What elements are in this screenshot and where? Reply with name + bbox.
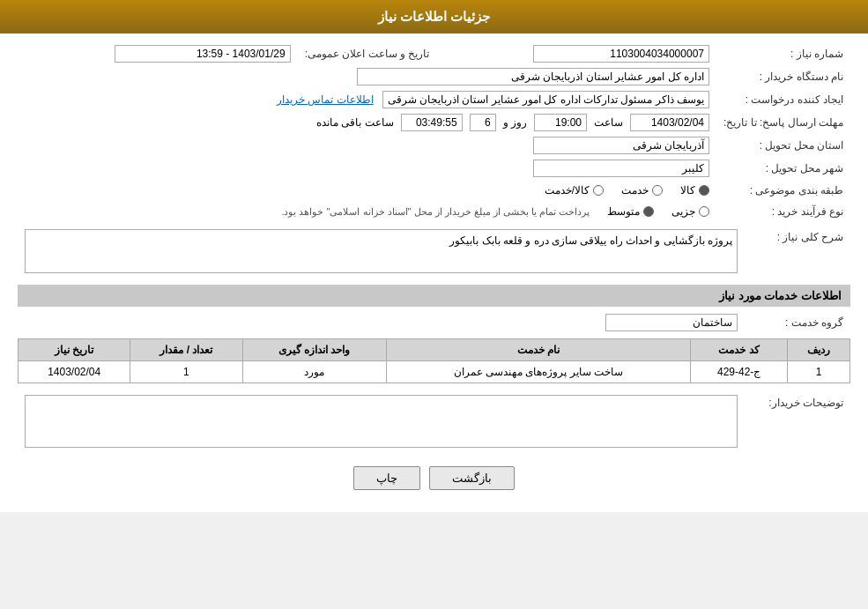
nam-dastgah-input: اداره کل امور عشایر استان اذربایجان شرقی [357, 68, 709, 85]
chap-button[interactable]: چاپ [353, 466, 420, 490]
row-mohlat: مهلت ارسال پاسخ: تا تاریخ: 1403/02/04 سا… [18, 111, 850, 134]
cell-tarikh: 1403/02/04 [19, 361, 130, 383]
radio-jazzi-circle [699, 206, 709, 217]
baghimande-value: 03:49:55 [401, 114, 463, 131]
saat-label: ساعت [594, 116, 623, 129]
info-table: شماره نیاز : 1103004034000007 تاریخ و سا… [18, 42, 850, 222]
radio-khedmat-label: خدمت [621, 184, 649, 197]
tarikh-saat-value: 1403/01/29 - 13:59 [18, 42, 298, 65]
content-area: شماره نیاز : 1103004034000007 تاریخ و سا… [0, 33, 868, 512]
tarikh-saat-label: تاریخ و ساعت اعلان عمومی: [298, 42, 437, 65]
table-row: 1 ج-42-429 ساخت سایر پروژه‌های مهندسی عم… [19, 361, 850, 383]
radio-kala: کالا [680, 184, 709, 197]
noe-farayand-options: جزیی متوسط پرداخت تمام یا بخشی از مبلغ خ… [18, 201, 716, 222]
radio-khedmat: خدمت [621, 184, 663, 197]
cell-radif: 1 [787, 361, 849, 383]
ijad-konande-input: یوسف ذاکر مسئول تدارکات اداره کل امور عش… [382, 91, 709, 108]
ijad-konande-label: ایجاد کننده درخواست : [716, 88, 850, 111]
ostan-value: آذربایجان شرقی [18, 134, 716, 157]
radio-kala-khedmat-circle [593, 185, 604, 196]
cell-vahad: مورد [242, 361, 386, 383]
saat-value: 19:00 [534, 114, 587, 131]
sharh-table: شرح کلی نیاز : پروژه بازگشایی و احداث را… [18, 227, 850, 276]
radio-jazzi-label: جزیی [671, 205, 695, 218]
row-shomare-niaz: شماره نیاز : 1103004034000007 تاریخ و سا… [18, 42, 850, 65]
col-tedad: تعداد / مقدار [130, 339, 242, 361]
goroh-value: ساختمان [605, 314, 738, 331]
nam-dastgah-label: نام دستگاه خریدار : [716, 65, 850, 88]
col-tarikh: تاریخ نیاز [19, 339, 130, 361]
row-ijad-konande: ایجاد کننده درخواست : یوسف ذاکر مسئول تد… [18, 88, 850, 111]
baghimande-label: ساعت باقی مانده [316, 116, 394, 129]
noe-farayand-note: پرداخت تمام یا بخشی از مبلغ خریدار از مح… [281, 206, 590, 218]
shahr-label: شهر محل تحویل : [716, 157, 850, 180]
shomare-niaz-input: 1103004034000007 [533, 45, 709, 63]
row-sharh: شرح کلی نیاز : پروژه بازگشایی و احداث را… [18, 227, 850, 276]
col-kod: کد خدمت [691, 339, 788, 361]
row-shahr: شهر محل تحویل : کلیبر [18, 157, 850, 180]
row-tabaghebandi: طبقه بندی موضوعی : کالا خدمت [18, 180, 850, 201]
tousih-textarea[interactable] [25, 395, 738, 448]
goroh-label: گروه خدمت : [745, 311, 850, 334]
radio-kala-label: کالا [680, 184, 695, 197]
radio-kala-khedmat-label: کالا/خدمت [545, 184, 590, 197]
row-goroh: گروه خدمت : ساختمان [18, 311, 850, 334]
button-row: بازگشت چاپ [18, 466, 850, 490]
roz-label: روز و [503, 116, 527, 129]
bazgasht-button[interactable]: بازگشت [429, 466, 515, 490]
tabaghebandi-label: طبقه بندی موضوعی : [716, 180, 850, 201]
shomare-niaz-value: 1103004034000007 [436, 42, 716, 65]
radio-motavasset-circle [643, 206, 654, 217]
row-ostan: استان محل تحویل : آذربایجان شرقی [18, 134, 850, 157]
row-tousih: توضیحات خریدار: [18, 392, 850, 453]
nam-dastgah-value: اداره کل امور عشایر استان اذربایجان شرقی [18, 65, 716, 88]
ostan-input: آذربایجان شرقی [533, 137, 709, 154]
radio-khedmat-circle [652, 185, 663, 196]
services-table: ردیف کد خدمت نام خدمت واحد اندازه گیری ت… [18, 338, 850, 383]
table-header-row: ردیف کد خدمت نام خدمت واحد اندازه گیری ت… [19, 339, 850, 361]
page-header: جزئیات اطلاعات نیاز [0, 0, 868, 33]
roz-value: 6 [470, 114, 496, 131]
col-vahad: واحد اندازه گیری [242, 339, 386, 361]
tarikh-value: 1403/02/04 [630, 114, 709, 131]
ijad-konande-value: یوسف ذاکر مسئول تدارکات اداره کل امور عش… [18, 88, 716, 111]
khadamat-section-header: اطلاعات خدمات مورد نیاز [18, 285, 850, 307]
table-body: 1 ج-42-429 ساخت سایر پروژه‌های مهندسی عم… [19, 361, 850, 383]
tousih-value-cell [18, 392, 745, 453]
tamas-kharidar-link[interactable]: اطلاعات تماس خریدار [277, 93, 374, 106]
tarikh-saat-input: 1403/01/29 - 13:59 [115, 45, 291, 63]
noe-farayand-radio-group: جزیی متوسط پرداخت تمام یا بخشی از مبلغ خ… [25, 204, 709, 219]
page-wrapper: جزئیات اطلاعات نیاز شماره نیاز : 1103004… [0, 0, 868, 512]
noe-farayand-label: نوع فرآیند خرید : [716, 201, 850, 222]
row-nam-dastgah: نام دستگاه خریدار : اداره کل امور عشایر … [18, 65, 850, 88]
sharh-value-cell: پروژه بازگشایی و احداث راه ییلاقی سازی د… [18, 227, 745, 276]
tabaghebandi-options: کالا خدمت کالا/خدمت [18, 180, 716, 201]
radio-kala-circle [699, 185, 709, 196]
radio-motavasset: متوسط [607, 205, 654, 218]
mohlat-value: 1403/02/04 ساعت 19:00 روز و 6 03:49:55 س… [18, 111, 716, 134]
cell-nam: ساخت سایر پروژه‌های مهندسی عمران [386, 361, 691, 383]
radio-kala-khedmat: کالا/خدمت [545, 184, 604, 197]
radio-jazzi: جزیی [671, 205, 709, 218]
col-nam: نام خدمت [386, 339, 691, 361]
shomare-niaz-label: شماره نیاز : [716, 42, 850, 65]
sharh-narration: پروژه بازگشایی و احداث راه ییلاقی سازی د… [25, 229, 738, 273]
radio-motavasset-label: متوسط [607, 205, 640, 218]
tabaghebandi-radio-group: کالا خدمت کالا/خدمت [25, 182, 709, 198]
tousih-table: توضیحات خریدار: [18, 392, 850, 453]
goroh-value-cell: ساختمان [18, 311, 745, 334]
goroh-table: گروه خدمت : ساختمان [18, 311, 850, 334]
tousih-label: توضیحات خریدار: [745, 392, 850, 453]
cell-kod: ج-42-429 [691, 361, 788, 383]
shahr-value: کلیبر [18, 157, 716, 180]
page-title: جزئیات اطلاعات نیاز [378, 9, 490, 24]
mohlat-row: 1403/02/04 ساعت 19:00 روز و 6 03:49:55 س… [25, 114, 709, 131]
row-noe-farayand: نوع فرآیند خرید : جزیی متوسط پرداخت تمام… [18, 201, 850, 222]
table-header: ردیف کد خدمت نام خدمت واحد اندازه گیری ت… [19, 339, 850, 361]
sharh-label: شرح کلی نیاز : [745, 227, 850, 276]
cell-tedad: 1 [130, 361, 242, 383]
col-radif: ردیف [787, 339, 849, 361]
mohlat-label: مهلت ارسال پاسخ: تا تاریخ: [716, 111, 850, 134]
shahr-input: کلیبر [533, 160, 709, 177]
ostan-label: استان محل تحویل : [716, 134, 850, 157]
